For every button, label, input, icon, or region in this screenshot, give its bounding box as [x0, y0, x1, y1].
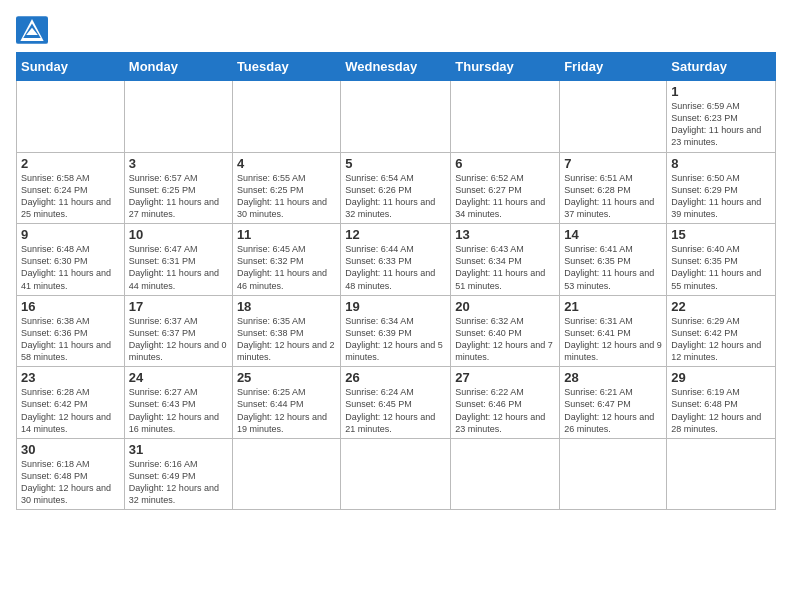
- calendar-cell: [451, 81, 560, 153]
- day-number: 28: [564, 370, 662, 385]
- day-number: 8: [671, 156, 771, 171]
- day-number: 27: [455, 370, 555, 385]
- calendar-cell: 30Sunrise: 6:18 AM Sunset: 6:48 PM Dayli…: [17, 438, 125, 510]
- day-number: 30: [21, 442, 120, 457]
- day-number: 9: [21, 227, 120, 242]
- day-number: 29: [671, 370, 771, 385]
- calendar-cell: 25Sunrise: 6:25 AM Sunset: 6:44 PM Dayli…: [232, 367, 340, 439]
- calendar-cell: 9Sunrise: 6:48 AM Sunset: 6:30 PM Daylig…: [17, 224, 125, 296]
- day-number: 19: [345, 299, 446, 314]
- calendar-cell: [667, 438, 776, 510]
- day-number: 25: [237, 370, 336, 385]
- day-info: Sunrise: 6:50 AM Sunset: 6:29 PM Dayligh…: [671, 172, 771, 221]
- calendar-cell: 15Sunrise: 6:40 AM Sunset: 6:35 PM Dayli…: [667, 224, 776, 296]
- day-info: Sunrise: 6:41 AM Sunset: 6:35 PM Dayligh…: [564, 243, 662, 292]
- calendar-week-row: 2Sunrise: 6:58 AM Sunset: 6:24 PM Daylig…: [17, 152, 776, 224]
- day-info: Sunrise: 6:35 AM Sunset: 6:38 PM Dayligh…: [237, 315, 336, 364]
- day-info: Sunrise: 6:22 AM Sunset: 6:46 PM Dayligh…: [455, 386, 555, 435]
- day-info: Sunrise: 6:31 AM Sunset: 6:41 PM Dayligh…: [564, 315, 662, 364]
- weekday-header-thursday: Thursday: [451, 53, 560, 81]
- logo-icon: [16, 16, 48, 44]
- calendar-cell: 8Sunrise: 6:50 AM Sunset: 6:29 PM Daylig…: [667, 152, 776, 224]
- calendar-cell: 16Sunrise: 6:38 AM Sunset: 6:36 PM Dayli…: [17, 295, 125, 367]
- calendar-cell: 5Sunrise: 6:54 AM Sunset: 6:26 PM Daylig…: [341, 152, 451, 224]
- day-number: 22: [671, 299, 771, 314]
- day-number: 24: [129, 370, 228, 385]
- calendar-week-row: 16Sunrise: 6:38 AM Sunset: 6:36 PM Dayli…: [17, 295, 776, 367]
- day-info: Sunrise: 6:21 AM Sunset: 6:47 PM Dayligh…: [564, 386, 662, 435]
- calendar-cell: 4Sunrise: 6:55 AM Sunset: 6:25 PM Daylig…: [232, 152, 340, 224]
- calendar-cell: 10Sunrise: 6:47 AM Sunset: 6:31 PM Dayli…: [124, 224, 232, 296]
- logo: [16, 16, 52, 44]
- calendar-cell: 24Sunrise: 6:27 AM Sunset: 6:43 PM Dayli…: [124, 367, 232, 439]
- day-info: Sunrise: 6:59 AM Sunset: 6:23 PM Dayligh…: [671, 100, 771, 149]
- calendar-cell: 26Sunrise: 6:24 AM Sunset: 6:45 PM Dayli…: [341, 367, 451, 439]
- day-number: 23: [21, 370, 120, 385]
- day-info: Sunrise: 6:27 AM Sunset: 6:43 PM Dayligh…: [129, 386, 228, 435]
- day-number: 10: [129, 227, 228, 242]
- calendar-cell: 17Sunrise: 6:37 AM Sunset: 6:37 PM Dayli…: [124, 295, 232, 367]
- calendar-cell: 20Sunrise: 6:32 AM Sunset: 6:40 PM Dayli…: [451, 295, 560, 367]
- calendar-cell: [560, 438, 667, 510]
- calendar-week-row: 23Sunrise: 6:28 AM Sunset: 6:42 PM Dayli…: [17, 367, 776, 439]
- calendar-cell: 1Sunrise: 6:59 AM Sunset: 6:23 PM Daylig…: [667, 81, 776, 153]
- calendar-cell: 13Sunrise: 6:43 AM Sunset: 6:34 PM Dayli…: [451, 224, 560, 296]
- calendar-cell: 14Sunrise: 6:41 AM Sunset: 6:35 PM Dayli…: [560, 224, 667, 296]
- day-number: 31: [129, 442, 228, 457]
- day-info: Sunrise: 6:48 AM Sunset: 6:30 PM Dayligh…: [21, 243, 120, 292]
- day-info: Sunrise: 6:19 AM Sunset: 6:48 PM Dayligh…: [671, 386, 771, 435]
- calendar-cell: 6Sunrise: 6:52 AM Sunset: 6:27 PM Daylig…: [451, 152, 560, 224]
- weekday-header-row: SundayMondayTuesdayWednesdayThursdayFrid…: [17, 53, 776, 81]
- day-info: Sunrise: 6:29 AM Sunset: 6:42 PM Dayligh…: [671, 315, 771, 364]
- day-info: Sunrise: 6:25 AM Sunset: 6:44 PM Dayligh…: [237, 386, 336, 435]
- weekday-header-sunday: Sunday: [17, 53, 125, 81]
- weekday-header-wednesday: Wednesday: [341, 53, 451, 81]
- calendar-cell: 31Sunrise: 6:16 AM Sunset: 6:49 PM Dayli…: [124, 438, 232, 510]
- calendar-cell: [451, 438, 560, 510]
- calendar-cell: 18Sunrise: 6:35 AM Sunset: 6:38 PM Dayli…: [232, 295, 340, 367]
- weekday-header-friday: Friday: [560, 53, 667, 81]
- calendar-cell: [124, 81, 232, 153]
- day-info: Sunrise: 6:28 AM Sunset: 6:42 PM Dayligh…: [21, 386, 120, 435]
- day-info: Sunrise: 6:18 AM Sunset: 6:48 PM Dayligh…: [21, 458, 120, 507]
- day-number: 3: [129, 156, 228, 171]
- day-number: 11: [237, 227, 336, 242]
- calendar-cell: 22Sunrise: 6:29 AM Sunset: 6:42 PM Dayli…: [667, 295, 776, 367]
- calendar-cell: 27Sunrise: 6:22 AM Sunset: 6:46 PM Dayli…: [451, 367, 560, 439]
- day-number: 4: [237, 156, 336, 171]
- day-number: 13: [455, 227, 555, 242]
- day-number: 21: [564, 299, 662, 314]
- day-number: 18: [237, 299, 336, 314]
- day-number: 16: [21, 299, 120, 314]
- day-info: Sunrise: 6:52 AM Sunset: 6:27 PM Dayligh…: [455, 172, 555, 221]
- day-info: Sunrise: 6:38 AM Sunset: 6:36 PM Dayligh…: [21, 315, 120, 364]
- calendar-cell: 28Sunrise: 6:21 AM Sunset: 6:47 PM Dayli…: [560, 367, 667, 439]
- day-info: Sunrise: 6:40 AM Sunset: 6:35 PM Dayligh…: [671, 243, 771, 292]
- day-number: 12: [345, 227, 446, 242]
- day-info: Sunrise: 6:45 AM Sunset: 6:32 PM Dayligh…: [237, 243, 336, 292]
- calendar-week-row: 9Sunrise: 6:48 AM Sunset: 6:30 PM Daylig…: [17, 224, 776, 296]
- calendar-cell: [341, 81, 451, 153]
- day-info: Sunrise: 6:34 AM Sunset: 6:39 PM Dayligh…: [345, 315, 446, 364]
- calendar-cell: 23Sunrise: 6:28 AM Sunset: 6:42 PM Dayli…: [17, 367, 125, 439]
- calendar-cell: 3Sunrise: 6:57 AM Sunset: 6:25 PM Daylig…: [124, 152, 232, 224]
- calendar-week-row: 30Sunrise: 6:18 AM Sunset: 6:48 PM Dayli…: [17, 438, 776, 510]
- calendar-cell: [232, 438, 340, 510]
- calendar-cell: 7Sunrise: 6:51 AM Sunset: 6:28 PM Daylig…: [560, 152, 667, 224]
- day-info: Sunrise: 6:55 AM Sunset: 6:25 PM Dayligh…: [237, 172, 336, 221]
- day-info: Sunrise: 6:44 AM Sunset: 6:33 PM Dayligh…: [345, 243, 446, 292]
- day-number: 2: [21, 156, 120, 171]
- day-number: 20: [455, 299, 555, 314]
- day-number: 7: [564, 156, 662, 171]
- weekday-header-monday: Monday: [124, 53, 232, 81]
- day-number: 14: [564, 227, 662, 242]
- calendar-cell: [341, 438, 451, 510]
- calendar-cell: 21Sunrise: 6:31 AM Sunset: 6:41 PM Dayli…: [560, 295, 667, 367]
- weekday-header-saturday: Saturday: [667, 53, 776, 81]
- calendar-cell: [232, 81, 340, 153]
- day-number: 1: [671, 84, 771, 99]
- day-number: 26: [345, 370, 446, 385]
- day-info: Sunrise: 6:16 AM Sunset: 6:49 PM Dayligh…: [129, 458, 228, 507]
- calendar-cell: 29Sunrise: 6:19 AM Sunset: 6:48 PM Dayli…: [667, 367, 776, 439]
- day-info: Sunrise: 6:43 AM Sunset: 6:34 PM Dayligh…: [455, 243, 555, 292]
